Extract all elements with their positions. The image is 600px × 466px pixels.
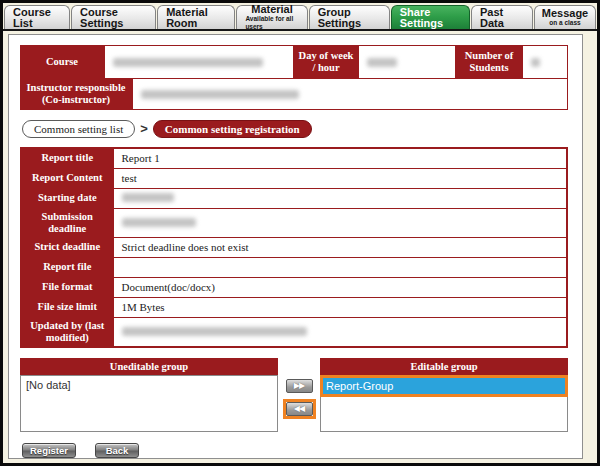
tab-material-room[interactable]: Material Room (157, 5, 235, 29)
move-left-button[interactable]: ◀◀ (286, 402, 313, 416)
uneditable-group-header: Uneditable group (20, 358, 278, 375)
report-row-value (113, 317, 567, 347)
tab-bar: Course ListCourse SettingsMaterial RoomM… (3, 3, 597, 31)
report-row-value (113, 257, 567, 277)
tab-label: Course List (13, 7, 61, 29)
content-panel: Course Day of week / hour Number of Stud… (8, 34, 583, 459)
report-row: Starting date (21, 188, 567, 208)
editable-group-header: Editable group (320, 358, 568, 375)
report-row: Strict deadlineStrict deadline does not … (21, 237, 567, 257)
number-of-students-label: Number of Students (456, 45, 522, 79)
move-right-button[interactable]: ▶▶ (286, 379, 313, 393)
tab-label: Material (251, 4, 293, 15)
tab-material[interactable]: MaterialAvailable for all users (236, 5, 307, 29)
redacted-value (122, 327, 307, 336)
report-row: File formatDocument(doc/docx) (21, 277, 567, 297)
page-frame: Course ListCourse SettingsMaterial RoomM… (0, 0, 600, 466)
back-button[interactable]: Back (95, 443, 139, 458)
day-of-week-label: Day of week / hour (294, 45, 358, 79)
tab-label: Material Room (166, 7, 226, 29)
redacted-value (122, 218, 196, 227)
common-setting-registration-button[interactable]: Common setting registration (153, 120, 312, 138)
uneditable-group-list[interactable]: [No data] (20, 375, 278, 432)
report-row-value: test (113, 168, 567, 188)
course-value (104, 45, 294, 79)
tab-label: Group Settings (318, 7, 381, 29)
breadcrumb-separator: > (140, 121, 148, 136)
report-row: Report Contenttest (21, 168, 567, 188)
list-item[interactable]: Report-Group (323, 378, 565, 394)
editable-group-box: Editable group Report-Group (320, 358, 568, 432)
uneditable-group-box: Uneditable group [No data] (20, 358, 278, 432)
report-row-label: Strict deadline (21, 237, 113, 257)
breadcrumb: Common setting list > Common setting reg… (22, 119, 571, 138)
redacted-students-value (531, 58, 540, 67)
report-row: File size limit1M Bytes (21, 297, 567, 317)
tab-sublabel: on a class (549, 19, 580, 27)
group-transfer-section: Uneditable group [No data] ▶▶ ◀◀ Editabl… (20, 358, 568, 432)
annotation-highlight-move-left: ◀◀ (283, 399, 316, 419)
list-item: [No data] (23, 377, 275, 393)
common-setting-list-button[interactable]: Common setting list (22, 120, 135, 138)
tab-past-data[interactable]: Past Data (471, 5, 533, 29)
editable-group-list[interactable]: Report-Group (320, 375, 568, 432)
report-row: Report titleReport 1 (21, 148, 567, 168)
report-row-value: Strict deadline does not exist (113, 237, 567, 257)
report-row-label: Submission deadline (21, 208, 113, 237)
tab-label: Course Settings (80, 7, 147, 29)
report-row-label: File size limit (21, 297, 113, 317)
redacted-day-value (367, 58, 397, 67)
transfer-arrows: ▶▶ ◀◀ (278, 358, 320, 432)
redacted-value (122, 193, 174, 202)
tab-course-settings[interactable]: Course Settings (71, 5, 156, 29)
instructor-label: Instructor responsible (Co-instructor) (20, 78, 132, 110)
tab-share-settings[interactable]: Share Settings (391, 5, 470, 29)
course-label: Course (20, 45, 104, 79)
report-row-value: Report 1 (113, 148, 567, 168)
report-row-value (113, 188, 567, 208)
report-row: Updated by (last modified) (21, 317, 567, 347)
redacted-course-value (113, 58, 263, 67)
tab-group-settings[interactable]: Group Settings (309, 5, 390, 29)
report-row-label: File format (21, 277, 113, 297)
course-info-row-2: Instructor responsible (Co-instructor) (20, 78, 568, 110)
course-info-row-1: Course Day of week / hour Number of Stud… (20, 45, 568, 79)
report-row-label: Updated by (last modified) (21, 317, 113, 347)
report-row-label: Starting date (21, 188, 113, 208)
tab-label: Share Settings (400, 7, 461, 29)
day-of-week-value (358, 45, 456, 79)
tab-label: Past Data (480, 7, 524, 29)
report-row-label: Report file (21, 257, 113, 277)
report-row-value: Document(doc/docx) (113, 277, 567, 297)
report-row-label: Report title (21, 148, 113, 168)
number-of-students-value (522, 45, 568, 79)
report-row-label: Report Content (21, 168, 113, 188)
report-row: Report file (21, 257, 567, 277)
redacted-instructor-value (141, 90, 299, 99)
footer-actions: Register Back (22, 443, 571, 458)
instructor-value (132, 78, 568, 110)
report-row-value (113, 208, 567, 237)
report-row: Submission deadline (21, 208, 567, 237)
tab-sublabel: Available for all users (245, 15, 298, 31)
tab-message[interactable]: Messageon a class (534, 5, 596, 29)
report-details-table: Report titleReport 1Report ContenttestSt… (20, 147, 568, 348)
tab-label: Message (542, 8, 588, 19)
tab-course-list[interactable]: Course List (4, 5, 70, 29)
register-button[interactable]: Register (22, 443, 76, 458)
report-row-value: 1M Bytes (113, 297, 567, 317)
